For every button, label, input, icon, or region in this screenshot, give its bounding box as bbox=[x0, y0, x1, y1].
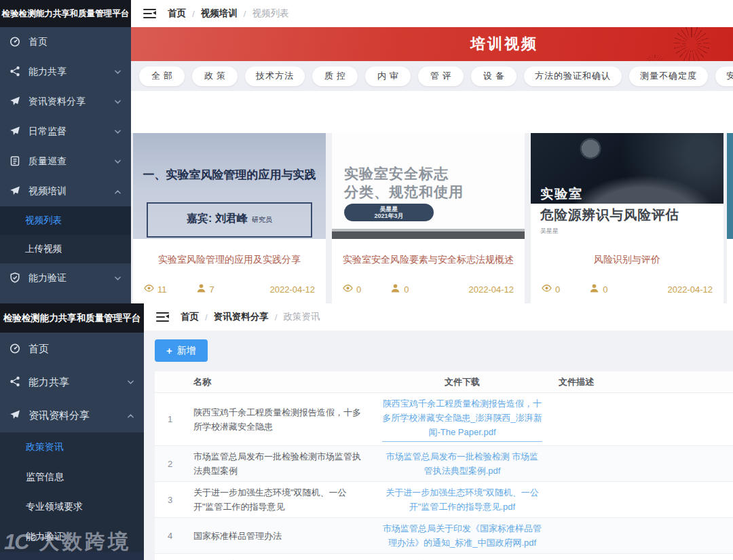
banner-title: 培训视频 bbox=[470, 34, 538, 54]
main-top: 首页 / 视频培训 / 视频列表 培训视频 全部 政策 技术方法 质控 内审 管… bbox=[131, 0, 733, 303]
dashboard-icon bbox=[10, 36, 20, 49]
sidebar-subitem-ability-verification[interactable]: 能力验证 bbox=[0, 522, 144, 552]
filter-technical-methods[interactable]: 技术方法 bbox=[245, 67, 305, 86]
video-card-body: 实验室安全风险要素与安全标志法规概述 0 0 2022-04-12 bbox=[332, 239, 525, 303]
breadcrumb-bar-bottom: 首页 / 资讯资料分享 / 政策资讯 bbox=[144, 303, 733, 331]
filter-safety-risk[interactable]: 安全&风险 bbox=[715, 67, 733, 86]
sidebar-item-capability-sharing[interactable]: 能力共享 bbox=[0, 57, 131, 87]
filter-management-review[interactable]: 管评 bbox=[418, 67, 464, 86]
firework-decoration bbox=[672, 27, 711, 61]
file-download-link[interactable]: 市场监管总局发布一批检验检测 市场监管执法典型案例.pdf bbox=[382, 449, 542, 478]
fold-icon[interactable] bbox=[156, 312, 169, 322]
sidebar-subitem-policy-news[interactable]: 政策资讯 bbox=[0, 432, 144, 462]
video-card[interactable]: 实验室 危险源辨识与风险评估 吴星星 风险识别与评价 0 bbox=[531, 133, 723, 303]
thumbnail-caption-area: 危险源辨识与风险评估 吴星星 bbox=[531, 204, 723, 239]
file-download-link[interactable]: 陕西宝鸡千余工程质量检测报告造假，十多所学校潜藏安全隐患_澎湃陕西_澎湃新闻-T… bbox=[382, 396, 542, 439]
policy-news-content: + 新增 名称 文件下载 文件描述 bbox=[144, 331, 733, 560]
main-bottom: 首页 / 资讯资料分享 / 政策资讯 + 新增 名称 bbox=[144, 303, 733, 560]
file-download-link[interactable]: 广东省住房和城乡建设厅关于推行建设工程质量检测机构资质电子证书的通知.zip bbox=[382, 557, 542, 560]
sidebar-item-capability-sharing[interactable]: 能力共享 bbox=[0, 366, 144, 399]
row-name: 市场监管总局发布一批检验检测市场监管执法典型案例 bbox=[185, 446, 374, 482]
view-count: 0 bbox=[356, 284, 361, 295]
video-title[interactable]: 实验室安全风险要素与安全标志法规概述 bbox=[332, 254, 525, 266]
breadcrumb-home[interactable]: 首页 bbox=[181, 311, 199, 323]
video-card[interactable]: 一、实验室风险管理的应用与实践 嘉宾: 刘君峰 研究员 实验室风险管理的应用及实… bbox=[133, 133, 326, 303]
filter-method-validation[interactable]: 方法的验证和确认 bbox=[524, 67, 622, 86]
sidebar-subitem-professional-requirements[interactable]: 专业领域要求 bbox=[0, 492, 144, 522]
eye-icon bbox=[343, 283, 353, 295]
filter-all[interactable]: 全部 bbox=[139, 67, 185, 86]
row-description bbox=[550, 393, 733, 446]
chevron-up-icon bbox=[127, 412, 134, 419]
row-description bbox=[550, 446, 733, 482]
video-stats: 11 7 2022-04-12 bbox=[133, 283, 326, 303]
sidebar-item-label: 资讯资料分享 bbox=[29, 409, 90, 422]
filter-measurement-uncertainty[interactable]: 测量不确定度 bbox=[629, 67, 708, 86]
sidebar-item-label: 能力共享 bbox=[29, 376, 69, 389]
video-title[interactable]: 实验室风险管理的应用及实践分享 bbox=[133, 254, 326, 266]
chevron-down-icon bbox=[114, 128, 121, 136]
filter-internal-audit[interactable]: 内审 bbox=[365, 67, 411, 86]
chevron-up-icon bbox=[114, 188, 121, 195]
sidebar-item-home[interactable]: 首页 bbox=[0, 333, 144, 366]
filter-equipment[interactable]: 设备 bbox=[471, 67, 516, 86]
row-name: 关于进一步加强生态环境"双随机、一公开"监管工作的指导意见 bbox=[185, 482, 374, 518]
table-row: 2 市场监管总局发布一批检验检测市场监管执法典型案例 市场监管总局发布一批检验检… bbox=[155, 446, 733, 482]
fold-icon[interactable] bbox=[143, 9, 156, 19]
next-card-body-edge bbox=[727, 239, 733, 303]
paper-plane-icon bbox=[10, 96, 20, 109]
breadcrumb-separator: / bbox=[205, 312, 208, 322]
file-download-link[interactable]: 关于进一步加强生态环境"双随机、一公开"监管工作的指导意见.pdf bbox=[382, 485, 542, 514]
chevron-down-icon bbox=[114, 275, 121, 282]
sidebar-item-ability-verification[interactable]: 能力验证 bbox=[0, 263, 131, 293]
panel-policy-news: 检验检测能力共享和质量管理平台 首页 能力共享 资讯资料分享 政策资讯 监管信息… bbox=[0, 303, 733, 560]
author-date: 2021年3月 bbox=[374, 212, 403, 219]
paper-plane-icon bbox=[10, 185, 20, 198]
learner-count: 7 bbox=[210, 284, 214, 295]
breadcrumb-info-sharing[interactable]: 资讯资料分享 bbox=[214, 311, 269, 323]
guest-name: 嘉宾: 刘君峰 bbox=[187, 212, 248, 226]
filter-policy[interactable]: 政策 bbox=[192, 67, 238, 86]
sidebar-item-info-sharing[interactable]: 资讯资料分享 bbox=[0, 87, 131, 117]
sidebar-subitem-video-upload[interactable]: 上传视频 bbox=[0, 235, 131, 263]
panel-training-videos: 检验检测能力共享和质量管理平台 首页 能力共享 资讯资料分享 日常监督 bbox=[0, 0, 733, 303]
user-icon bbox=[196, 283, 206, 295]
sidebar-item-quality-inspection[interactable]: 质量巡查 bbox=[0, 147, 131, 176]
policy-table: 名称 文件下载 文件描述 1 陕西宝鸡千余工程质量检测报告造假，十多所学校潜藏安… bbox=[155, 371, 733, 560]
breadcrumb-separator: / bbox=[275, 312, 278, 322]
next-video-card-edge bbox=[727, 133, 733, 303]
video-title[interactable]: 风险识别与评价 bbox=[531, 254, 723, 266]
sidebar-item-daily-supervision[interactable]: 日常监督 bbox=[0, 117, 131, 147]
header-index bbox=[155, 371, 185, 393]
sidebar-item-video-training[interactable]: 视频培训 bbox=[0, 176, 131, 206]
sidebar-subitem-video-list[interactable]: 视频列表 bbox=[0, 206, 131, 235]
sidebar-item-home[interactable]: 首页 bbox=[0, 27, 131, 57]
sidebar-subitem-regulatory-info[interactable]: 监管信息 bbox=[0, 462, 144, 492]
sidebar-item-info-sharing[interactable]: 资讯资料分享 bbox=[0, 399, 144, 432]
sidebar-footer-strip bbox=[0, 552, 144, 560]
author-name: 吴星星 bbox=[540, 227, 714, 236]
breadcrumb-home[interactable]: 首页 bbox=[168, 7, 186, 20]
filter-quality-control[interactable]: 质控 bbox=[312, 67, 358, 86]
app-root: 检验检测能力共享和质量管理平台 首页 能力共享 资讯资料分享 日常监督 bbox=[0, 0, 733, 560]
row-name: 国家标准样品管理办法 bbox=[185, 518, 374, 554]
clipboard-list-icon bbox=[10, 155, 20, 168]
video-card[interactable]: 实验室安全标志 分类、规范和使用 吴星星 2021年3月 实验室安全风险要素与安… bbox=[332, 133, 525, 303]
breadcrumb-current: 视频列表 bbox=[252, 7, 289, 20]
add-button[interactable]: + 新增 bbox=[155, 339, 208, 362]
video-date: 2022-04-12 bbox=[270, 284, 316, 295]
firework-decoration bbox=[644, 54, 666, 61]
thumbnail-footer-band bbox=[332, 231, 525, 239]
breadcrumb-video-training[interactable]: 视频培训 bbox=[201, 7, 238, 20]
video-thumbnail: 一、实验室风险管理的应用与实践 嘉宾: 刘君峰 研究员 bbox=[133, 133, 326, 239]
add-button-label: 新增 bbox=[177, 345, 196, 357]
table-row: 1 陕西宝鸡千余工程质量检测报告造假，十多所学校潜藏安全隐患 陕西宝鸡千余工程质… bbox=[155, 393, 733, 446]
row-index: 5 bbox=[155, 554, 185, 560]
share-icon bbox=[10, 66, 20, 79]
sidebar-bottom: 检验检测能力共享和质量管理平台 首页 能力共享 资讯资料分享 政策资讯 监管信息… bbox=[0, 303, 144, 560]
video-date: 2022-04-12 bbox=[469, 284, 514, 295]
sidebar-item-label: 能力验证 bbox=[29, 272, 67, 284]
breadcrumb-separator: / bbox=[244, 9, 246, 19]
file-download-link[interactable]: 市场监管总局关于印发《国家标准样品管理办法》的通知_标准_中国政府网.pdf bbox=[382, 521, 542, 550]
table-header-row: 名称 文件下载 文件描述 bbox=[155, 371, 733, 393]
